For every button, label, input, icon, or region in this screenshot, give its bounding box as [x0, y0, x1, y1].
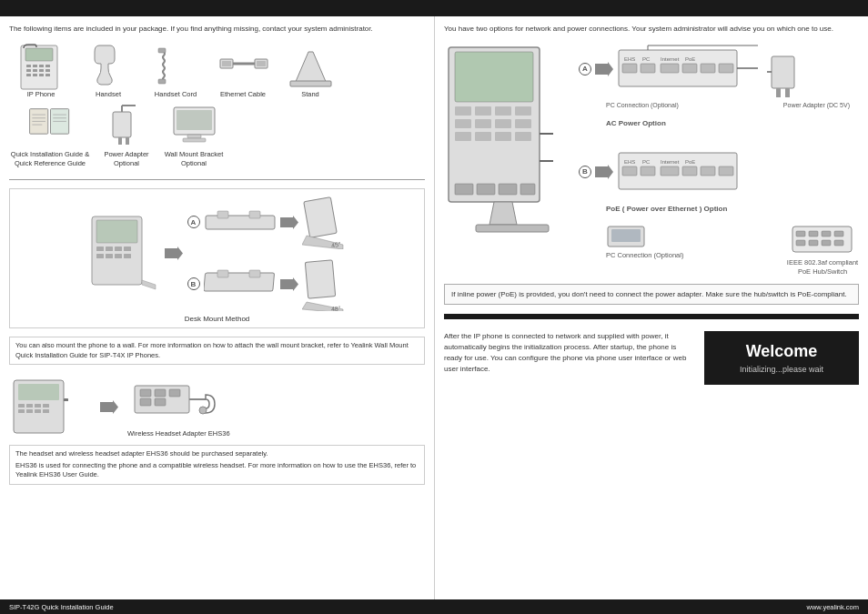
wall-mount-note: You can also mount the phone to a wall. … [9, 337, 425, 365]
svg-rect-99 [499, 184, 517, 195]
svg-rect-144 [822, 240, 831, 246]
handset-image [84, 43, 134, 88]
svg-rect-4 [39, 65, 44, 67]
svg-rect-136 [611, 229, 641, 242]
svg-rect-1 [25, 48, 53, 61]
pc-connection-label1: PC Connection (Optional) [606, 102, 679, 108]
svg-rect-2 [26, 65, 31, 67]
welcome-box: Welcome Initializing...please wait [704, 331, 859, 385]
headset-note: The headset and wireless headset adapter… [9, 445, 425, 485]
guide-image [25, 103, 76, 148]
svg-rect-58 [217, 270, 228, 277]
package-intro-text: The following items are included in your… [9, 24, 425, 34]
svg-text:PC: PC [642, 159, 651, 165]
headset-images: Wireless Headset Adapter EHS36 [9, 373, 425, 441]
power-adapter-right-svg [767, 52, 808, 102]
item-power-adapter: Power Adapter Optional [95, 103, 158, 168]
svg-marker-104 [595, 62, 613, 76]
welcome-sub: Initializing...please wait [713, 365, 850, 374]
svg-rect-47 [106, 254, 113, 258]
svg-rect-20 [257, 61, 266, 66]
svg-rect-94 [475, 132, 491, 141]
handset-cord-image [151, 43, 201, 88]
svg-rect-31 [113, 112, 131, 137]
guide-label: Quick Installation Guide & Quick Referen… [9, 150, 91, 168]
headset-phone-svg [9, 376, 91, 439]
svg-rect-85 [455, 106, 471, 116]
network-intro-text: You have two options for network and pow… [444, 24, 859, 34]
item-guide: Quick Installation Guide & Quick Referen… [9, 103, 91, 168]
handset-cord-icon [153, 43, 198, 88]
svg-marker-74 [100, 400, 118, 414]
svg-rect-15 [158, 79, 166, 84]
svg-text:EHS: EHS [624, 159, 635, 165]
headset-note-line1: The headset and wireless headset adapter… [15, 449, 419, 459]
left-column: The following items are included in your… [0, 16, 435, 599]
svg-rect-87 [495, 106, 511, 116]
svg-rect-141 [834, 231, 843, 237]
poe-note-text: If inline power (PoE) is provided, you d… [451, 290, 847, 298]
svg-rect-51 [206, 216, 275, 229]
svg-rect-71 [35, 409, 41, 413]
svg-rect-64 [18, 384, 59, 400]
svg-rect-88 [515, 106, 531, 116]
svg-rect-130 [641, 166, 655, 176]
svg-rect-96 [515, 132, 531, 141]
phone-diagram-left [444, 43, 571, 277]
wall-mount-image [169, 103, 219, 148]
pc-box-svg [606, 222, 651, 249]
svg-rect-70 [26, 409, 33, 413]
svg-rect-133 [701, 166, 715, 176]
svg-rect-140 [822, 231, 831, 237]
svg-rect-8 [39, 69, 44, 72]
svg-rect-80 [155, 398, 166, 406]
svg-rect-12 [39, 74, 44, 76]
svg-rect-112 [661, 64, 679, 73]
svg-rect-113 [682, 64, 697, 73]
svg-rect-7 [33, 69, 37, 72]
svg-rect-142 [796, 240, 805, 246]
svg-rect-129 [622, 166, 637, 176]
initialization-row: After the IP phone is connected to netwo… [444, 331, 859, 385]
svg-rect-67 [35, 404, 41, 408]
circle-a: A [187, 216, 200, 228]
svg-rect-59 [249, 270, 260, 277]
svg-rect-84 [455, 52, 533, 102]
svg-text:EHS: EHS [624, 56, 635, 62]
stand-label: Stand [301, 90, 319, 99]
svg-rect-90 [475, 119, 491, 128]
svg-rect-100 [520, 184, 535, 195]
svg-text:PC: PC [642, 56, 651, 62]
svg-rect-66 [26, 404, 33, 408]
svg-rect-32 [118, 137, 122, 145]
wall-mount-icon [169, 103, 219, 148]
pc-connection-label2: PC Connection (Optional) [606, 251, 683, 259]
svg-rect-131 [661, 166, 679, 176]
ethernet-cable-icon [218, 43, 268, 88]
svg-rect-98 [477, 184, 495, 195]
svg-rect-119 [772, 56, 794, 88]
arrow-step-b [280, 277, 298, 291]
svg-rect-138 [796, 231, 805, 237]
svg-rect-14 [158, 48, 166, 53]
svg-rect-3 [33, 65, 37, 67]
arrow-option-b [595, 165, 613, 179]
bottom-labels-row: PC Connection (Optional) [579, 222, 859, 277]
svg-rect-17 [222, 61, 231, 66]
svg-rect-38 [187, 135, 201, 138]
svg-rect-91 [495, 119, 511, 128]
svg-rect-101 [476, 225, 549, 232]
footer-bar: SIP-T42G Quick Installation Guide www.ye… [0, 599, 868, 614]
svg-rect-9 [45, 69, 50, 72]
svg-rect-110 [622, 64, 637, 73]
svg-rect-61 [305, 260, 335, 298]
svg-rect-92 [515, 119, 531, 128]
arrow-step-a [280, 216, 298, 229]
stand-image [286, 43, 336, 88]
arrow-option-a [595, 62, 613, 76]
svg-point-82 [199, 407, 207, 414]
ethernet-cable-image [218, 43, 268, 88]
svg-rect-42 [96, 247, 104, 251]
guide-icon [25, 103, 76, 148]
arrow-a-icon [165, 247, 183, 260]
